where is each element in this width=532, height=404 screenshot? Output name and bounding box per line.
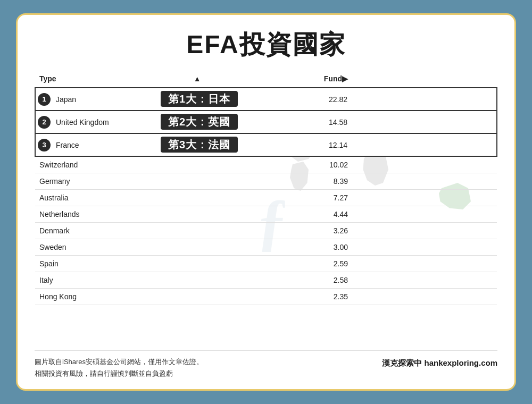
table-row: Netherlands4.44 [35,206,497,223]
fund-value: 22.82 [242,88,497,111]
fund-value: 3.26 [242,223,497,239]
table-row: Spain2.59 [35,256,497,272]
country-name: Netherlands [35,206,152,223]
fund-value: 10.02 [242,156,497,173]
page-title: EFA投資國家 [35,28,497,62]
footer-brand: 漢克探索中 hankexploring.com [382,356,497,370]
table-row: Sweden3.00 [35,239,497,256]
col-fund: Fund▶ [242,71,497,88]
fund-value: 4.44 [242,206,497,223]
main-card: EFA投資國家 ƒ [16,13,516,391]
fund-value: 8.39 [242,173,497,190]
fund-value: 14.58 [242,111,497,133]
country-name: Italy [35,272,152,289]
table-row: 2United Kingdom第2大：英國14.58 [35,111,497,133]
fund-value: 7.27 [242,190,497,206]
data-table: Type ▲ Fund▶ 1Japan第1大：日本22.822United Ki… [35,71,497,305]
table-row: Denmark3.26 [35,223,497,239]
rank-badge: 3 [38,139,51,152]
country-name: Germany [35,173,152,190]
country-name: United Kingdom [56,118,109,127]
table-row: Australia7.27 [35,190,497,206]
table-row: Switzerland10.02 [35,156,497,173]
country-name: Hong Kong [35,289,152,305]
table-row: Italy2.58 [35,272,497,289]
table-header: Type ▲ Fund▶ [35,71,497,88]
country-name: Japan [56,95,76,104]
country-name: Spain [35,256,152,272]
col-sort: ▲ [152,71,242,88]
fund-value: 3.00 [242,239,497,256]
country-name: Australia [35,190,152,206]
fund-value: 2.58 [242,272,497,289]
country-name: Denmark [35,223,152,239]
footer: 漢克探索中 hankexploring.com 圖片取自iShares安碩基金公… [35,350,497,380]
col-type: Type [35,71,152,88]
table-container: ƒ Type ▲ Fund▶ 1Japan第1大：日本22.822United … [35,71,497,345]
fund-value: 12.14 [242,133,497,156]
table-row: Hong Kong2.35 [35,289,497,305]
table-row: 3France第3大：法國12.14 [35,133,497,156]
chinese-label: 第1大：日本 [161,91,238,107]
fund-value: 2.59 [242,256,497,272]
country-name: Sweden [35,239,152,256]
fund-value: 2.35 [242,289,497,305]
chinese-label: 第2大：英國 [161,114,238,130]
country-name: Switzerland [35,156,152,173]
rank-badge: 1 [38,93,51,106]
rank-badge: 2 [38,116,51,129]
country-name: France [56,141,79,149]
chinese-label: 第3大：法國 [161,137,238,153]
table-row: Germany8.39 [35,173,497,190]
table-row: 1Japan第1大：日本22.82 [35,88,497,111]
